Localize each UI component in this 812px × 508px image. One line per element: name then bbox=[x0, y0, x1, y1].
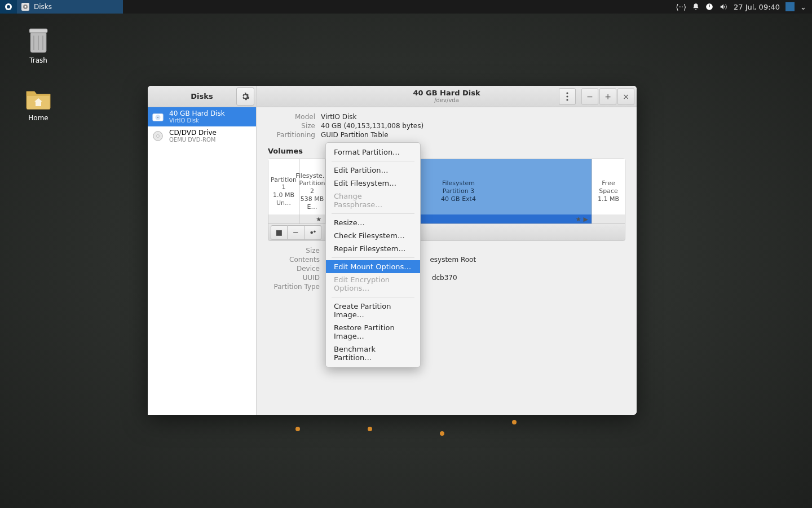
label-uuid: UUID bbox=[268, 274, 320, 282]
device-title: CD/DVD Drive bbox=[169, 129, 217, 137]
vol-line: Partition 3 bbox=[443, 187, 474, 195]
menu-edit-encryption-options: Edit Encryption Options… bbox=[326, 273, 420, 295]
label-ptype: Partition Type bbox=[268, 283, 320, 291]
taskbar-item-disks[interactable]: Disks bbox=[17, 0, 123, 14]
desktop-icon-trash[interactable]: Trash bbox=[16, 27, 61, 64]
sidebar-title: Disks bbox=[191, 92, 213, 100]
minimize-icon: − bbox=[586, 92, 593, 101]
dock-dot bbox=[512, 420, 517, 424]
volumes-toolbar: ■ − bbox=[268, 224, 625, 240]
value-size: 40 GB (40,153,131,008 bytes) bbox=[321, 122, 423, 130]
menu-edit-mount-options[interactable]: Edit Mount Options… bbox=[326, 260, 420, 273]
volumes-heading: Volumes bbox=[268, 147, 625, 155]
menu-repair-filesystem[interactable]: Repair Filesystem… bbox=[326, 242, 420, 255]
svg-point-3 bbox=[25, 6, 27, 8]
page-subtitle: /dev/vda bbox=[413, 97, 480, 103]
close-button[interactable]: × bbox=[617, 88, 634, 105]
sidebar-header: Disks bbox=[148, 86, 256, 107]
menu-check-filesystem[interactable]: Check Filesystem… bbox=[326, 229, 420, 242]
vol-line: Filesystem bbox=[442, 179, 475, 187]
device-item-cd-dvd[interactable]: CD/DVD Drive QEMU DVD-ROM bbox=[148, 126, 256, 146]
value-uuid-tail: dcb370 bbox=[432, 274, 457, 282]
app-menu-button[interactable] bbox=[236, 87, 254, 106]
unmount-button[interactable]: ■ bbox=[271, 225, 288, 240]
menu-benchmark-partition[interactable]: Benchmark Partition… bbox=[326, 343, 420, 364]
svg-point-16 bbox=[566, 95, 568, 97]
svg-point-15 bbox=[566, 92, 568, 94]
gears-icon bbox=[308, 229, 317, 237]
dock-dot bbox=[368, 427, 372, 431]
minimize-button[interactable]: − bbox=[581, 88, 598, 105]
volume-partition-2[interactable]: Filesyste… Partition 2 538 MB E… ★ bbox=[299, 159, 325, 224]
menu-edit-partition[interactable]: Edit Partition… bbox=[326, 164, 420, 177]
volumes-box: Partition 1 1.0 MB Un… Filesyste… Partit… bbox=[268, 159, 625, 241]
menu-separator bbox=[332, 297, 414, 297]
menu-restore-partition-image[interactable]: Restore Partition Image… bbox=[326, 321, 420, 343]
svg-point-12 bbox=[157, 117, 158, 118]
partition-details: Size40 ContentsExt esystem Root Device/d… bbox=[268, 247, 625, 291]
gear-icon bbox=[241, 92, 250, 101]
chevron-down-icon[interactable]: ⌄ bbox=[800, 3, 806, 11]
desktop-icon-label: Trash bbox=[16, 56, 61, 64]
taskbar-item-label: Disks bbox=[34, 3, 52, 11]
volume-icon[interactable] bbox=[719, 3, 728, 11]
stop-icon: ■ bbox=[276, 228, 283, 237]
dock-indicators bbox=[295, 427, 517, 431]
optical-disc-icon bbox=[151, 129, 165, 143]
label-psize: Size bbox=[268, 247, 320, 255]
partition-options-button[interactable] bbox=[304, 225, 321, 240]
page-title: 40 GB Hard Disk bbox=[413, 89, 480, 97]
svg-point-14 bbox=[157, 135, 160, 138]
device-item-hard-disk[interactable]: 40 GB Hard Disk VirtIO Disk bbox=[148, 107, 256, 126]
volume-partition-1[interactable]: Partition 1 1.0 MB Un… bbox=[268, 159, 299, 224]
menu-separator bbox=[332, 257, 414, 258]
menu-resize[interactable]: Resize… bbox=[326, 216, 420, 229]
device-subtitle: QEMU DVD-ROM bbox=[169, 137, 217, 143]
vol-line: Filesyste… bbox=[295, 172, 328, 180]
main-panel: 40 GB Hard Disk /dev/vda − + × ModelVirt… bbox=[257, 86, 637, 415]
notifications-icon[interactable] bbox=[692, 3, 700, 11]
desktop-icon-label: Home bbox=[16, 114, 61, 122]
desktop-icon-home[interactable]: Home bbox=[16, 85, 61, 122]
main-header: 40 GB Hard Disk /dev/vda − + × bbox=[257, 86, 637, 107]
device-list: 40 GB Hard Disk VirtIO Disk CD/DVD Drive… bbox=[148, 107, 256, 415]
sidebar: Disks 40 GB Hard Disk VirtIO Disk bbox=[148, 86, 257, 415]
menu-format-partition[interactable]: Format Partition… bbox=[326, 146, 420, 159]
drive-menu-button[interactable] bbox=[559, 88, 576, 105]
disks-app-icon bbox=[21, 3, 29, 11]
value-partitioning: GUID Partition Table bbox=[321, 131, 389, 139]
label-partitioning: Partitioning bbox=[268, 131, 315, 139]
vol-line: Free Space bbox=[592, 179, 625, 195]
network-icon[interactable]: ⟨··⟩ bbox=[676, 3, 686, 11]
svg-point-19 bbox=[314, 230, 316, 233]
label-model: Model bbox=[268, 113, 315, 121]
volumes-row: Partition 1 1.0 MB Un… Filesyste… Partit… bbox=[268, 159, 625, 224]
clock-label[interactable]: 27 Jul, 09:40 bbox=[734, 3, 780, 11]
label-device: Device bbox=[268, 265, 320, 273]
menu-create-partition-image[interactable]: Create Partition Image… bbox=[326, 300, 420, 321]
svg-point-17 bbox=[566, 99, 568, 100]
svg-point-1 bbox=[7, 5, 10, 8]
tray-app-icon[interactable] bbox=[785, 2, 795, 11]
value-model: VirtIO Disk bbox=[321, 113, 357, 121]
hard-disk-icon bbox=[151, 110, 165, 124]
menu-edit-filesystem[interactable]: Edit Filesystem… bbox=[326, 177, 420, 190]
mounted-at-link[interactable]: esystem Root bbox=[430, 256, 476, 264]
applications-menu-button[interactable] bbox=[0, 0, 17, 14]
menu-change-passphrase: Change Passphrase… bbox=[326, 190, 420, 211]
vol-line: 1.0 MB Un… bbox=[268, 191, 299, 207]
dock-dot bbox=[295, 427, 300, 431]
vol-line: 40 GB Ext4 bbox=[441, 195, 476, 203]
vol-line: Partition 2 bbox=[299, 179, 325, 195]
volume-free-space[interactable]: Free Space 1.1 MB bbox=[592, 159, 625, 224]
partition-context-menu: Format Partition… Edit Partition… Edit F… bbox=[325, 142, 421, 367]
maximize-icon: + bbox=[604, 92, 611, 101]
power-icon[interactable] bbox=[705, 3, 713, 11]
maximize-button[interactable]: + bbox=[599, 88, 616, 105]
window-controls: − + × bbox=[581, 88, 634, 105]
panel-right: ⟨··⟩ 27 Jul, 09:40 ⌄ bbox=[676, 0, 812, 14]
delete-partition-button[interactable]: − bbox=[288, 225, 304, 240]
menu-separator bbox=[332, 161, 414, 161]
xfce-logo-icon bbox=[4, 2, 13, 11]
kebab-icon bbox=[566, 92, 568, 101]
